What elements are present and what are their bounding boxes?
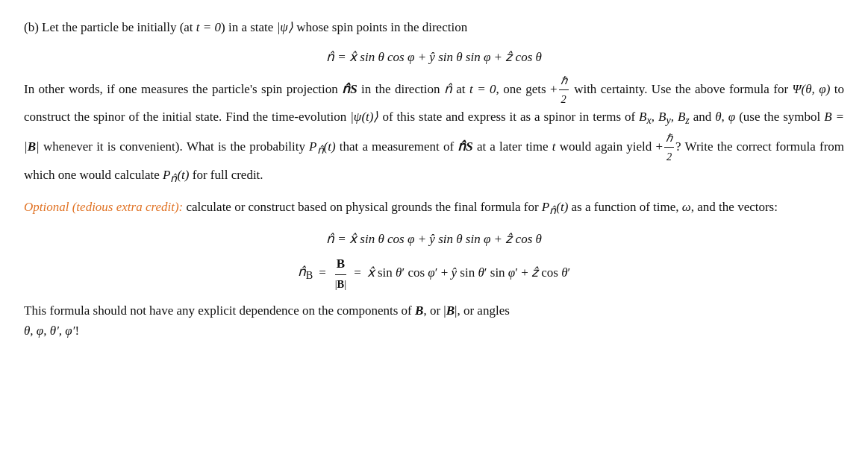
part-label: (b) <box>24 20 39 34</box>
hbar-over-2-inline: ℏ2 <box>559 72 569 108</box>
nhat-inline: n̂ <box>444 81 452 95</box>
P-nhat-optional: Pn̂(t) <box>542 200 568 214</box>
eq3-lhs: n̂B <box>298 262 313 284</box>
P-nhat-t2: Pn̂(t) <box>163 168 189 182</box>
B-final: B <box>415 303 423 318</box>
P-nhat-t: Pn̂(t) <box>309 139 335 154</box>
t-later: t <box>552 139 556 154</box>
B-symbol: B = |B| <box>24 110 844 153</box>
psi-theta-phi: Ψ(θ, φ) <box>793 81 831 95</box>
B-over-absB-frac: B |B| <box>334 254 348 293</box>
psi-t-ket: |ψ(t)⟩ <box>350 110 378 124</box>
hbar-over-2-inline2: ℏ2 <box>664 130 674 166</box>
optional-label-text: Optional (tedious extra credit): <box>24 200 183 214</box>
eq3-rhs: x̂ sin θ′ cos φ′ + ŷ sin θ′ sin φ′ + ẑ c… <box>367 263 571 283</box>
part-b-intro: (b) Let the particle be initially (at t … <box>24 18 844 37</box>
angles-final: θ, φ, θ′, φ′ <box>24 324 75 338</box>
nhat-S-2: n̂S <box>458 139 472 154</box>
equation-nhat-2: n̂ = x̂ sin θ cos φ + ŷ sin θ sin φ + ẑ … <box>24 230 844 249</box>
eq1-text: n̂ = x̂ sin θ cos φ + ŷ sin θ sin φ + ẑ … <box>326 48 542 67</box>
optional-paragraph: Optional (tedious extra credit): calcula… <box>24 198 844 219</box>
time-zero: t = 0 <box>196 20 221 34</box>
B-components: Bx, By, Bz <box>639 110 690 124</box>
eq2-text: n̂ = x̂ sin θ cos φ + ŷ sin θ sin φ + ẑ … <box>326 230 542 249</box>
absB-final: B <box>446 303 455 318</box>
main-paragraph: In other words, if one measures the part… <box>24 72 844 187</box>
equation-nhat-B: n̂B = B |B| = x̂ sin θ′ cos φ′ + ŷ sin θ… <box>24 254 844 293</box>
nhat-S: n̂S <box>342 81 357 95</box>
eq3-equals-2: = <box>354 263 361 283</box>
state-psi: |ψ⟩ <box>277 20 293 34</box>
equation-nhat: n̂ = x̂ sin θ cos φ + ŷ sin θ sin φ + ẑ … <box>24 48 844 67</box>
eq3-equals-1: = <box>319 263 326 283</box>
t-zero-inline: t = 0 <box>469 81 496 95</box>
final-paragraph: This formula should not have any explici… <box>24 301 844 341</box>
main-content: (b) Let the particle be initially (at t … <box>24 18 844 341</box>
